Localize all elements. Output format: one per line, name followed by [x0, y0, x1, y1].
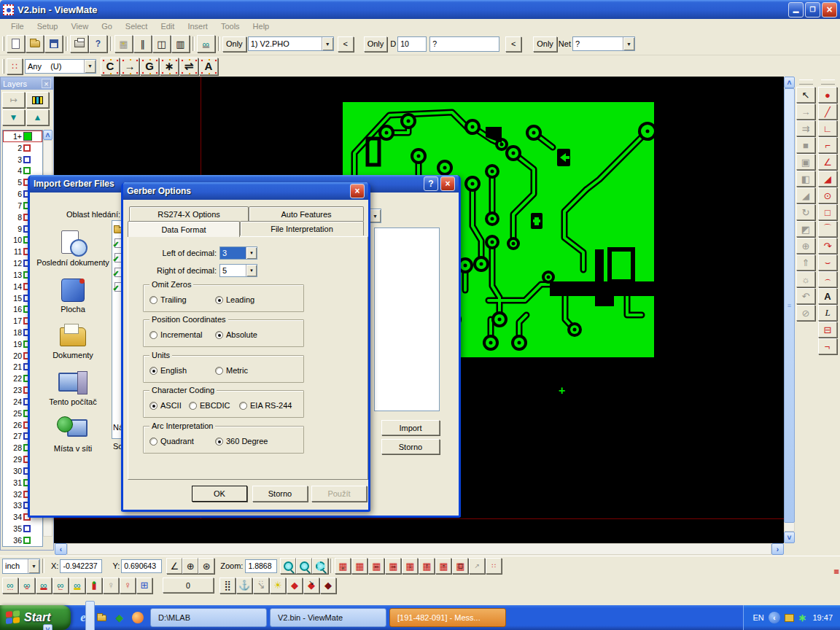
radio-absolute[interactable]: Absolute	[215, 330, 257, 339]
taskbar-task[interactable]: V2.bin - ViewMate	[270, 608, 386, 627]
draw-tool-button[interactable]: ●	[818, 87, 837, 103]
net-combo[interactable]: ? ▼	[572, 36, 635, 51]
grid-tool-button[interactable]: ▦↓	[402, 558, 418, 574]
green-app-icon[interactable]: ◆	[113, 611, 126, 624]
toolbar-grip[interactable]	[2, 36, 4, 51]
edit-tool-button[interactable]: ⊕	[796, 238, 815, 254]
aperture-letter-button[interactable]: ∗	[160, 58, 179, 75]
apply-button[interactable]: Použít	[311, 486, 367, 502]
toolbar-button[interactable]: ▦+	[114, 35, 133, 52]
chevron-down-icon[interactable]: ▼	[84, 60, 96, 73]
language-indicator[interactable]: EN	[752, 613, 763, 622]
import-file-list[interactable]	[374, 228, 440, 411]
tray-messenger-icon[interactable]: ∗	[798, 612, 807, 623]
radio-english[interactable]: English	[149, 366, 187, 375]
place-item[interactable]: Dokumenty	[52, 323, 93, 360]
zoom-grid-button[interactable]: ▦	[296, 558, 312, 574]
tab-rs274x-options[interactable]: RS274-X Options	[129, 206, 249, 221]
open-file-button[interactable]	[26, 35, 44, 52]
layer-color-swatch[interactable]	[23, 156, 31, 163]
inspect-button[interactable]: ∞▬	[197, 35, 215, 52]
status-tool-button[interactable]: ⊕	[182, 558, 198, 574]
view-tool-button[interactable]: ♀	[103, 578, 119, 594]
toolbar-button[interactable]: ▥	[171, 35, 190, 52]
grid-tool-button[interactable]: ▦▫	[435, 558, 451, 574]
chevron-down-icon[interactable]: ▼	[28, 559, 39, 573]
radio-ebcdic[interactable]: EBCDIC	[189, 401, 230, 410]
menu-item[interactable]: Help	[246, 20, 276, 32]
edit-tool-button[interactable]: ↻	[796, 204, 815, 220]
minimize-button[interactable]: ▬	[788, 2, 804, 18]
radio-quadrant[interactable]: Quadrant	[149, 437, 194, 446]
menu-item[interactable]: Setup	[31, 20, 65, 32]
radio-icon[interactable]	[149, 402, 158, 410]
save-file-button[interactable]	[44, 35, 63, 52]
mode-tool-button[interactable]: ◆	[287, 578, 303, 594]
draw-tool-button[interactable]: L	[818, 305, 837, 321]
view-tool-button[interactable]: ♀	[120, 578, 136, 594]
chevron-down-icon[interactable]: ▼	[246, 247, 257, 259]
grid-tool-button[interactable]: ▦←	[368, 558, 384, 574]
radio-eia-rs244[interactable]: EIA RS-244	[239, 401, 292, 410]
mode-tool-button[interactable]: ⣿	[219, 578, 236, 594]
layer-color-swatch[interactable]	[23, 167, 31, 174]
edit-tool-button[interactable]: →	[796, 104, 815, 120]
mode-tool-button[interactable]: ↘∷	[253, 578, 269, 594]
radio-icon[interactable]	[149, 438, 158, 446]
draw-tool-button[interactable]: ↷	[818, 238, 837, 254]
mode-tool-button[interactable]: ◆↘	[303, 578, 319, 594]
only-dcode-button[interactable]: Only	[364, 36, 388, 52]
edit-tool-button[interactable]: ◩	[796, 221, 815, 237]
layer-colors-button[interactable]	[26, 92, 49, 108]
radio-icon[interactable]	[215, 296, 223, 304]
menu-item[interactable]: View	[64, 20, 95, 32]
layer-row[interactable]: 36	[3, 534, 42, 546]
left-decimal-combo[interactable]: 3 ▼	[219, 246, 257, 260]
menu-item[interactable]: Tools	[214, 20, 246, 32]
place-item[interactable]: Místa v síti	[54, 416, 93, 454]
grid-tool-button[interactable]: ▦	[351, 558, 368, 574]
draw-tool-button[interactable]: ⌣	[818, 254, 837, 271]
view-tool-button[interactable]: ▮●	[86, 578, 102, 594]
menu-item[interactable]: Go	[95, 20, 119, 32]
edit-tool-button[interactable]: ☼	[796, 271, 815, 287]
draw-tool-button[interactable]: ⌢	[818, 271, 837, 287]
close-button[interactable]: ×	[822, 2, 837, 18]
dcode-filter-input[interactable]: ?	[429, 36, 499, 52]
radio-icon[interactable]	[239, 402, 247, 410]
layer-row[interactable]: 3	[3, 154, 42, 166]
canvas-vscroll-thumb[interactable]	[784, 88, 795, 523]
layer-color-swatch[interactable]	[23, 132, 32, 141]
draw-tool-button[interactable]: ⌐	[818, 137, 837, 153]
edit-tool-button[interactable]: ⊘	[796, 305, 815, 321]
dialog-close-button[interactable]: ×	[440, 176, 455, 191]
radio-icon[interactable]	[189, 402, 197, 410]
radio-trailing[interactable]: Trailing	[149, 295, 187, 304]
view-tool-button[interactable]: ∞∟	[52, 578, 69, 594]
place-item[interactable]: Tento počítač	[49, 370, 96, 407]
layer-color-swatch[interactable]	[23, 525, 31, 532]
taskbar-task[interactable]: D:\MLAB	[150, 608, 267, 627]
view-tool-button[interactable]: ∞…	[2, 578, 18, 594]
new-file-button[interactable]	[7, 35, 25, 52]
mode-tool-button[interactable]: ⚓	[236, 578, 252, 594]
layer-combo[interactable]: 1) V2.PHO ▼	[248, 36, 334, 51]
zoom-tool-button[interactable]	[280, 558, 296, 574]
edit-tool-button[interactable]: ↖	[796, 87, 815, 103]
toolbar-grip[interactable]	[2, 59, 4, 74]
firefox-icon[interactable]	[131, 611, 144, 624]
grid-tool-button[interactable]: ▦→	[385, 558, 401, 574]
menu-item[interactable]: Insert	[181, 20, 214, 32]
aperture-letter-button[interactable]: →	[120, 58, 139, 75]
aperture-filter-icon[interactable]: ∷	[7, 58, 23, 74]
chevron-down-icon[interactable]: ▼	[246, 265, 257, 276]
radio-metric[interactable]: Metric	[215, 366, 248, 375]
menu-item[interactable]: File	[4, 20, 31, 32]
edit-tool-button[interactable]: ⇑	[796, 254, 815, 271]
print-button[interactable]	[70, 35, 88, 52]
draw-tool-button[interactable]: ⊙	[818, 187, 837, 203]
radio-icon[interactable]	[215, 367, 223, 375]
radio-icon[interactable]	[149, 367, 158, 375]
aperture-letter-button[interactable]: G	[140, 58, 159, 75]
tab-auto-features[interactable]: Auto Features	[249, 206, 364, 221]
